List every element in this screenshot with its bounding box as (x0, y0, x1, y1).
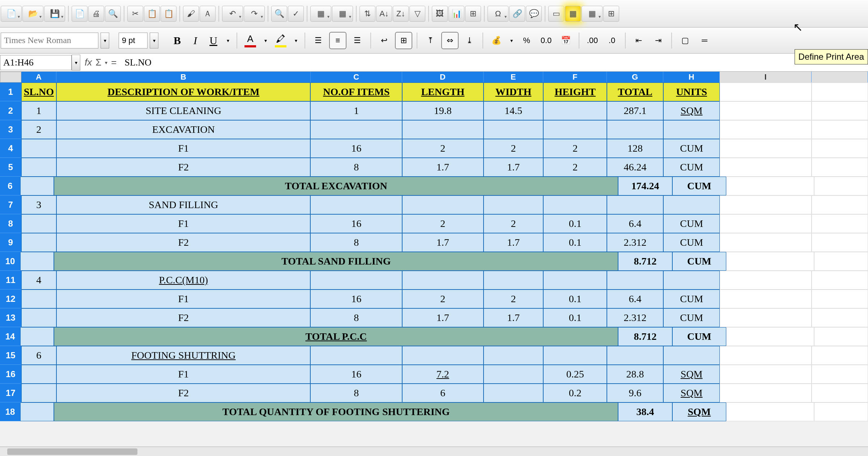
cell[interactable] (812, 83, 868, 101)
print-preview-button[interactable]: 🔍 (105, 6, 121, 22)
cell[interactable]: SQM (663, 101, 720, 120)
row-header[interactable]: 18 (0, 402, 20, 421)
cell[interactable] (21, 158, 57, 177)
cell[interactable]: 8 (310, 233, 402, 252)
col-header[interactable]: F (543, 72, 607, 83)
cell[interactable] (812, 195, 868, 214)
define-print-area-button[interactable]: ▦ (565, 6, 581, 22)
cell[interactable]: F1 (56, 365, 310, 384)
align-left-button[interactable]: ☰ (310, 32, 327, 49)
row-header[interactable]: 2 (0, 101, 21, 120)
cell[interactable] (720, 195, 812, 214)
image-button[interactable]: 🖼 (432, 6, 448, 22)
col-header[interactable]: C (311, 72, 403, 83)
cell[interactable]: HEIGHT (543, 83, 607, 101)
col-header[interactable]: G (607, 72, 663, 83)
horizontal-scrollbar[interactable] (0, 447, 868, 456)
align-middle-button[interactable]: ⇔ (441, 32, 459, 49)
row-header[interactable]: 17 (0, 384, 21, 402)
cell[interactable]: 16 (310, 214, 402, 233)
clear-format-button[interactable]: Ａ (200, 6, 216, 22)
cell[interactable]: 287.1 (607, 101, 663, 120)
cell[interactable] (726, 327, 814, 346)
cell[interactable] (484, 271, 544, 290)
cell[interactable]: F1 (56, 290, 310, 308)
cell[interactable]: F1 (56, 214, 310, 233)
italic-button[interactable]: I (187, 31, 203, 50)
sum-dd[interactable]: ▾ (105, 60, 107, 66)
find-button[interactable]: 🔍 (271, 6, 287, 22)
col-header[interactable]: D (402, 72, 483, 83)
cell[interactable]: 174.24 (618, 177, 672, 195)
cell[interactable] (607, 195, 663, 214)
formula-input[interactable]: SL.NO (121, 56, 155, 69)
cell[interactable] (663, 195, 720, 214)
cell[interactable]: CUM (672, 252, 726, 271)
font-size-input[interactable] (119, 33, 148, 48)
cell[interactable] (812, 120, 868, 139)
row-header[interactable]: 14 (0, 327, 20, 346)
cell[interactable] (814, 252, 868, 271)
cell[interactable] (20, 327, 54, 346)
sum-icon[interactable]: Σ (95, 57, 101, 68)
cell[interactable]: CUM (663, 139, 720, 158)
cell[interactable]: CUM (663, 308, 720, 327)
split-button[interactable]: ⊞ (603, 6, 619, 22)
row-header[interactable]: 5 (0, 158, 21, 177)
indent-inc-button[interactable]: ⇥ (650, 32, 667, 49)
cell[interactable] (720, 365, 812, 384)
cell[interactable] (812, 158, 868, 177)
cell[interactable]: 0.1 (543, 233, 607, 252)
remove-decimal-button[interactable]: .0 (603, 32, 621, 49)
cell[interactable] (814, 402, 868, 421)
cell[interactable]: 9.6 (607, 384, 663, 402)
cell[interactable] (21, 233, 57, 252)
cell[interactable]: CUM (672, 327, 726, 346)
cell[interactable] (720, 346, 812, 365)
cell[interactable]: 1.7 (484, 233, 544, 252)
cell[interactable]: 0.25 (543, 365, 607, 384)
row-header[interactable]: 12 (0, 290, 21, 308)
cell[interactable] (543, 120, 607, 139)
cell[interactable]: F2 (56, 308, 310, 327)
sort-button[interactable]: ⇅ (359, 6, 375, 22)
col-header[interactable]: E (484, 72, 544, 83)
clone-format-button[interactable]: 🖌 (183, 6, 199, 22)
highlight-button[interactable]: 🖍 (272, 31, 289, 50)
cell[interactable]: 2 (484, 290, 544, 308)
row-header[interactable]: 8 (0, 214, 21, 233)
row-header[interactable]: 6 (0, 177, 20, 195)
cell[interactable]: 1.7 (402, 308, 483, 327)
cell[interactable] (484, 195, 544, 214)
cell[interactable]: 2.312 (607, 308, 663, 327)
cell[interactable]: 2.312 (607, 233, 663, 252)
export-pdf-button[interactable]: 📄 (72, 6, 88, 22)
cell[interactable] (720, 214, 812, 233)
row-header[interactable]: 4 (0, 139, 21, 158)
cell[interactable]: 6.4 (607, 214, 663, 233)
freeze-button[interactable]: ▦ (582, 6, 603, 22)
cell[interactable]: 1 (21, 101, 57, 120)
namebox-dd[interactable]: ▾ (72, 55, 80, 71)
cell[interactable] (720, 384, 812, 402)
cell[interactable] (607, 271, 663, 290)
cell[interactable] (812, 101, 868, 120)
cell[interactable] (812, 308, 868, 327)
cell[interactable]: SQM (663, 384, 720, 402)
cell[interactable] (310, 120, 402, 139)
cell[interactable] (543, 195, 607, 214)
cell[interactable]: CUM (672, 177, 726, 195)
align-center-button[interactable]: ≡ (329, 32, 346, 49)
column-button[interactable]: ▦ (332, 6, 353, 22)
cell[interactable]: 1.7 (402, 233, 483, 252)
cell[interactable]: CUM (663, 158, 720, 177)
cell[interactable] (543, 271, 607, 290)
row-header[interactable]: 16 (0, 365, 21, 384)
cell[interactable]: FOOTING SHUTTRING (56, 346, 310, 365)
cell[interactable]: 6 (402, 384, 483, 402)
paste-button[interactable]: 📋 (161, 6, 176, 22)
cell[interactable] (720, 290, 812, 308)
cell[interactable] (812, 139, 868, 158)
spellcheck-button[interactable]: ✓ (288, 6, 304, 22)
cell[interactable]: 8 (310, 158, 402, 177)
